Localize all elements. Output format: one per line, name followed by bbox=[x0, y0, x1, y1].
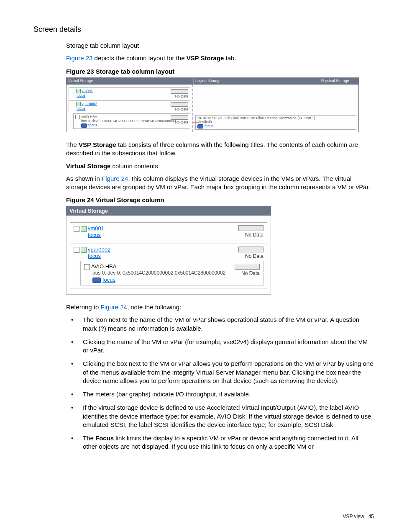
fig24-vpar0002-focus: focus bbox=[88, 253, 101, 259]
text: link limits the display to a specific VM… bbox=[83, 434, 358, 450]
fig23-vm001-nodata: No Data bbox=[175, 94, 188, 98]
list-item: The icon next to the name of the VM or v… bbox=[66, 316, 374, 333]
fig24-vpar0002-card: No Data vpar0002 focus No Data AVIO HBA … bbox=[70, 244, 267, 288]
checkbox-icon bbox=[75, 115, 80, 119]
intro-text-1: depicts the column layout for the bbox=[92, 54, 186, 62]
fig24-vpar0002-link: vpar0002 bbox=[88, 247, 110, 253]
figure-24-image: Virtual Storage No Data vm001 focus No D… bbox=[66, 206, 271, 295]
text: Referring to bbox=[66, 303, 101, 311]
fig23-logical-focus: focus bbox=[205, 124, 214, 128]
fig23-col-physical: Physical Storage bbox=[319, 78, 358, 85]
status-icon bbox=[76, 102, 81, 106]
fig23-avio-focus: focus bbox=[88, 123, 97, 127]
fig24-vpar0002-nodata: No Data bbox=[245, 253, 263, 259]
figure-24-link-2[interactable]: Figure 24 bbox=[101, 303, 127, 311]
meter-icon bbox=[171, 102, 188, 107]
status-icon bbox=[76, 89, 81, 93]
fig23-vm001-focus: focus bbox=[77, 93, 86, 98]
fig23-vpar0002-card: No Data vpar0002 focus bbox=[69, 100, 190, 112]
after24-lead: Referring to Figure 24, note the followi… bbox=[66, 303, 374, 311]
fig23-logical-line2: /dev/fcd0 bbox=[197, 120, 354, 124]
fig23-vpar0002-link: vpar0002 bbox=[82, 102, 97, 106]
meter-icon bbox=[171, 115, 188, 120]
text: The bbox=[83, 434, 95, 442]
footer-page: 45 bbox=[368, 514, 374, 519]
text: , note the following: bbox=[127, 303, 181, 311]
list-item: If the virtual storage device is defined… bbox=[66, 403, 374, 429]
vsp-storage-bold: VSP Storage bbox=[187, 54, 224, 62]
fig24-avio-label: AVIO HBA bbox=[91, 263, 116, 270]
text: As shown in bbox=[66, 175, 102, 182]
checkbox-icon bbox=[74, 247, 79, 253]
fig24-vm001-card: No Data vm001 focus bbox=[70, 222, 267, 241]
fig23-vm001-card: No Data vm001 focus bbox=[69, 87, 190, 99]
fig24-vm001-focus: focus bbox=[88, 232, 101, 238]
disk-icon bbox=[92, 278, 101, 283]
fig24-vm001-nodata: No Data bbox=[245, 232, 263, 238]
fig24-avio-card: No Data AVIO HBA bus 0, dev 0, 0x50014C2… bbox=[80, 261, 263, 285]
figure-24-link[interactable]: Figure 24 bbox=[102, 175, 128, 182]
meter-icon bbox=[171, 89, 188, 94]
notes-list: The icon next to the name of the VM or v… bbox=[66, 316, 374, 451]
vs-rest: column contents bbox=[110, 162, 158, 170]
footer-label: VSP view bbox=[343, 514, 364, 519]
virtual-storage-subhead: Virtual Storage column contents bbox=[66, 162, 374, 170]
checkbox-icon bbox=[71, 89, 75, 93]
focus-bold: Focus bbox=[95, 434, 114, 442]
fig24-avio-nodata: No Data bbox=[241, 270, 260, 276]
fig23-avio-label: AVIO HBA bbox=[81, 115, 97, 119]
checkbox-icon bbox=[74, 226, 79, 232]
list-item: Clicking the name of the VM or vPar (for… bbox=[66, 338, 374, 355]
checkbox-icon bbox=[84, 264, 90, 270]
fig23-avio-card: No Data AVIO HBA bus 0, dev 0, 0x50014C2… bbox=[73, 113, 190, 129]
status-icon bbox=[81, 226, 87, 232]
fig23-avio-nodata: No Data bbox=[175, 120, 188, 124]
meter-icon bbox=[238, 225, 263, 231]
figure-23-link[interactable]: Figure 23 bbox=[66, 54, 92, 62]
vsp-storage-bold-2: VSP Storage bbox=[79, 141, 116, 148]
virtual-storage-bold: Virtual Storage bbox=[66, 162, 110, 170]
list-item: The meters (bar graphs) indicate I/O thr… bbox=[66, 390, 374, 398]
intro-paragraph: Figure 23 depicts the column layout for … bbox=[66, 54, 374, 62]
fig23-logical-line1: HP 451871-B21 8Gb Dual Port PCIe Fibre C… bbox=[197, 116, 354, 120]
fig24-header: Virtual Storage bbox=[66, 206, 271, 216]
text: The bbox=[66, 141, 79, 148]
fig24-avio-focus: focus bbox=[102, 277, 115, 283]
fig23-col-logical: Logical Storage bbox=[193, 78, 319, 85]
status-icon bbox=[81, 247, 87, 253]
figure-23-caption: Figure 23 Storage tab column layout bbox=[66, 68, 374, 75]
figure-23-image: Virtual Storage Logical Storage Physical… bbox=[66, 77, 359, 133]
subheading-storage-tab: Storage tab column layout bbox=[66, 41, 374, 50]
mid-paragraph-1: The VSP Storage tab consists of three co… bbox=[66, 141, 374, 158]
fig23-logical-card: HP 451871-B21 8Gb Dual Port PCIe Fibre C… bbox=[195, 115, 356, 130]
fig23-col-virtual: Virtual Storage bbox=[66, 78, 193, 85]
fig23-vm001-link: vm001 bbox=[82, 89, 93, 93]
disk-icon bbox=[197, 124, 203, 129]
fig24-avio-bus: bus 0, dev 0, 0x50014C2000000002,0x50014… bbox=[92, 270, 260, 276]
fig23-vpar0002-focus: focus bbox=[77, 106, 86, 111]
mid-paragraph-2: As shown in Figure 24, this column displ… bbox=[66, 175, 374, 192]
fig23-avio-bus: bus 0, dev 0, 0x50014C2000000002,0x50014… bbox=[81, 119, 188, 123]
meter-icon bbox=[235, 264, 260, 270]
connector-icon bbox=[192, 122, 199, 123]
screen-details-heading: Screen details bbox=[33, 25, 374, 34]
list-item: The Focus link limits the display to a s… bbox=[66, 434, 374, 451]
meter-icon bbox=[238, 247, 263, 252]
fig24-vm001-link: vm001 bbox=[88, 225, 104, 231]
page-footer: VSP view 45 bbox=[343, 514, 374, 519]
list-item: Clicking the box next to the VM or vPar … bbox=[66, 360, 374, 385]
checkbox-icon bbox=[71, 102, 75, 106]
disk-icon bbox=[81, 123, 87, 128]
fig23-vpar0002-nodata: No Data bbox=[175, 107, 188, 111]
figure-24-caption: Figure 24 Virtual Storage column bbox=[66, 196, 374, 203]
intro-text-2: tab. bbox=[224, 54, 236, 62]
